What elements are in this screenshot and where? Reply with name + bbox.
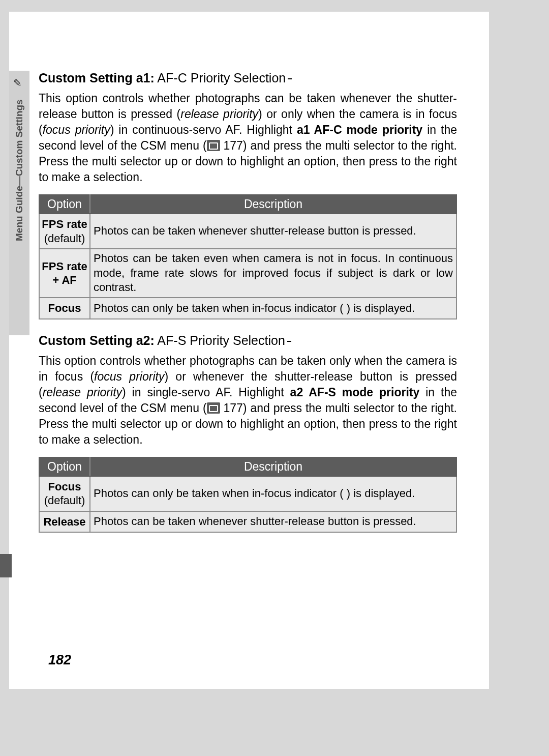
table-row: FPS rate + AFPhotos can be taken even wh… (39, 249, 456, 298)
table-row: FocusPhotos can only be taken when in-fo… (39, 298, 456, 319)
page-ref-icon (207, 140, 220, 151)
description-cell: Photos can be taken even when camera is … (90, 249, 456, 298)
section-a2-title-bold: Custom Setting a2: (39, 333, 155, 347)
description-cell: Photos can be taken whenever shutter-rel… (90, 214, 456, 249)
table-header-option: Option (39, 195, 90, 214)
section-a1-paragraph: This option controls whether photographs… (39, 91, 457, 185)
title-rule-icon (288, 78, 292, 79)
table-row: FPS rate(default)Photos can be taken whe… (39, 214, 456, 249)
page-content: Custom Setting a1: AF-C Priority Selecti… (39, 70, 457, 533)
option-cell: Focus(default) (39, 476, 90, 511)
page-ref-icon (207, 402, 220, 414)
section-a1-table-body: FPS rate(default)Photos can be taken whe… (39, 214, 456, 318)
section-a1-title-rest: AF-C Priority Selection (155, 71, 286, 85)
sidebar-label: Menu Guide—Custom Settings (9, 96, 29, 330)
section-a1-table: Option Description FPS rate(default)Phot… (39, 194, 457, 319)
section-a2-paragraph: This option controls whether photographs… (39, 353, 457, 448)
option-cell: FPS rate(default) (39, 214, 90, 249)
table-header-option: Option (39, 457, 90, 476)
page-number: 182 (48, 652, 71, 668)
table-header-description: Description (90, 457, 456, 476)
table-header-description: Description (90, 195, 456, 214)
section-a2-title: Custom Setting a2: AF-S Priority Selecti… (39, 333, 457, 348)
section-a1-title: Custom Setting a1: AF-C Priority Selecti… (39, 70, 457, 85)
section-a1-title-bold: Custom Setting a1: (39, 71, 155, 85)
option-cell: FPS rate + AF (39, 249, 90, 298)
pencil-icon: ✎ (13, 77, 22, 89)
section-a2-table-body: Focus(default)Photos can only be taken w… (39, 476, 456, 533)
page-edge-tab (0, 554, 12, 577)
table-row: ReleasePhotos can be taken whenever shut… (39, 511, 456, 533)
description-cell: Photos can only be taken when in-focus i… (90, 476, 456, 511)
description-cell: Photos can be taken whenever shutter-rel… (90, 511, 456, 533)
sidebar-tab: ✎ Menu Guide—Custom Settings (9, 71, 29, 335)
description-cell: Photos can only be taken when in-focus i… (90, 298, 456, 319)
section-a2-table: Option Description Focus(default)Photos … (39, 457, 457, 533)
option-cell: Focus (39, 298, 90, 319)
title-rule-icon (287, 341, 291, 342)
manual-page: ✎ Menu Guide—Custom Settings Custom Sett… (9, 12, 489, 689)
table-row: Focus(default)Photos can only be taken w… (39, 476, 456, 511)
section-a2-title-rest: AF-S Priority Selection (155, 333, 285, 347)
option-cell: Release (39, 511, 90, 533)
